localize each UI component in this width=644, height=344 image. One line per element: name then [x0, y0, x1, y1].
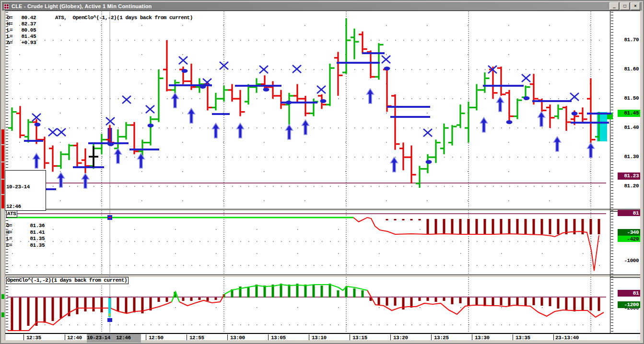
axis-label: 81.40: [617, 125, 639, 130]
chart-client-area[interactable]: [5, 11, 640, 343]
indicator-header-label: ATS, OpenClo^(-1,-2)(1 days back from cu…: [55, 15, 193, 21]
left-tick-ruler: [6, 278, 8, 333]
quote-row: L= 80.05: [7, 27, 36, 34]
axis-value-box: -340: [618, 229, 640, 236]
axis-border: [610, 11, 610, 333]
axis-label: 81.70: [617, 37, 639, 43]
tooltip-row: L=81.35: [6, 236, 45, 242]
main-chart-panel[interactable]: [5, 11, 610, 209]
maximize-button[interactable]: □: [620, 2, 630, 10]
quote-panel: O= 80.42H= 82.37L= 80.05L= 81.45Δ= +0.93: [7, 15, 36, 46]
tooltip-date: 10-23-14: [6, 184, 45, 191]
right-tick-ruler: [611, 12, 613, 332]
ats-panel[interactable]: [5, 211, 610, 275]
axis-label: 81.60: [617, 66, 639, 72]
quote-row: O= 80.42: [7, 15, 36, 21]
axis-value-box: 81: [618, 210, 640, 216]
data-tooltip: 10-23-14 12:46 O=81.36H=81.41L=81.35C=81…: [5, 170, 46, 211]
axis-value-box: 81.45: [618, 110, 640, 117]
time-cursor-highlight: 10-23-14 12:46: [87, 334, 141, 343]
tooltip-row: C=81.35: [6, 242, 45, 249]
axis-value-box: 81.23: [618, 172, 640, 180]
minimize-button[interactable]: _: [609, 2, 619, 10]
axis-label: 81.30: [617, 154, 639, 160]
openclo-panel[interactable]: [5, 277, 610, 333]
window-title: CLE - Crude Light (Globex), Active 1 Min…: [12, 3, 609, 9]
openclo-panel-label: OpenClo^(-1,-2)(1 days back from current…: [6, 277, 129, 284]
axis-value-box: 81: [618, 290, 640, 297]
axis-value-box: -1200: [618, 301, 640, 308]
quote-row: Δ= +0.93: [7, 40, 36, 46]
tooltip-row: O=81.36: [6, 223, 45, 229]
chart-window: CLE - Crude Light (Globex), Active 1 Min…: [0, 0, 644, 344]
tooltip-row: H=81.41: [6, 229, 45, 236]
axis-label: -1000: [617, 258, 639, 264]
axis-label: 81.20: [617, 183, 639, 189]
axis-label: 81.50: [617, 95, 639, 101]
axis-value-box: -420: [618, 236, 640, 242]
quote-row: L= 81.45: [7, 34, 36, 40]
quote-row: H= 82.37: [7, 21, 36, 27]
close-button[interactable]: ×: [631, 2, 640, 10]
tooltip-time: 12:46: [6, 204, 45, 210]
title-bar[interactable]: CLE - Crude Light (Globex), Active 1 Min…: [2, 2, 642, 11]
app-icon: [3, 3, 10, 10]
